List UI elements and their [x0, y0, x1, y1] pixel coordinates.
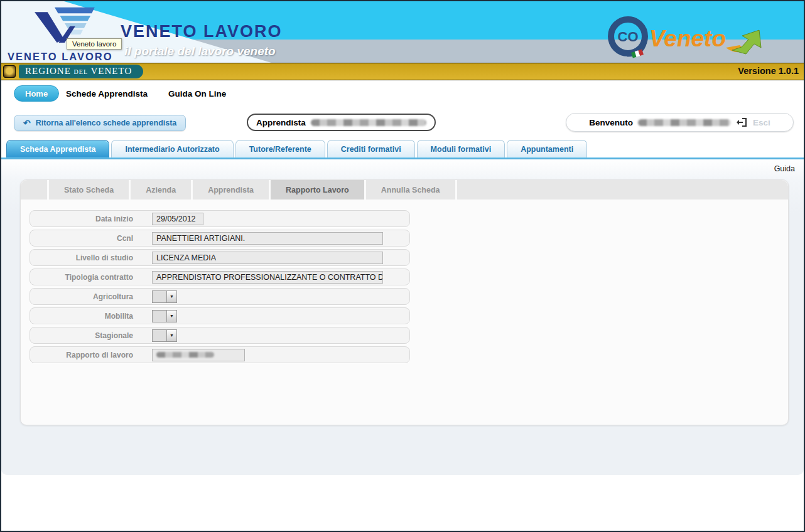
apprendista-name-badge: Apprendista [247, 114, 436, 131]
sub-tab-bar: Stato Scheda Azienda Apprendista Rapport… [21, 180, 788, 200]
svg-text:CO: CO [618, 29, 639, 45]
tab-tutore-referente[interactable]: Tutore/Referente [235, 140, 325, 157]
content-panel: Stato Scheda Azienda Apprendista Rapport… [20, 179, 789, 425]
welcome-badge: Benvenuto Esci [566, 113, 794, 132]
subtab-apprendista[interactable]: Apprendista [193, 180, 269, 200]
application-window: VENETO LAVORO Veneto lavoro VENETO LAVOR… [0, 0, 805, 532]
logout-button[interactable]: Esci [753, 118, 770, 127]
form-row-ccnl: Ccnl PANETTIERI ARTIGIANI. [30, 230, 410, 247]
livello-di-studio-input[interactable]: LICENZA MEDIA [152, 252, 383, 264]
nav-item-home[interactable]: Home [14, 85, 59, 102]
dropdown-arrow-icon[interactable]: ▼ [166, 330, 176, 341]
co-veneto-logo-icon: CO Veneto [603, 11, 769, 63]
form-row-data-inizio: Data inizio 29/05/2012 [30, 210, 410, 227]
tipologia-contratto-input[interactable]: APPRENDISTATO PROFESSIONALIZZANTE O CONT… [152, 271, 383, 284]
form-row-livello-di-studio: Livello di studio LICENZA MEDIA [30, 249, 410, 266]
field-label: Mobilita [30, 312, 133, 321]
tab-underline [1, 157, 804, 159]
region-label: REGIONE del VENETO [19, 65, 143, 78]
header: VENETO LAVORO Veneto lavoro VENETO LAVOR… [1, 1, 804, 63]
back-button-label: Ritorna all'elenco schede apprendista [36, 119, 177, 127]
agricoltura-select[interactable]: ▼ [152, 290, 177, 303]
apprendista-name-redacted [311, 119, 426, 126]
region-bar: REGIONE del VENETO Versione 1.0.1 [1, 63, 804, 80]
field-label: Agricoltura [30, 292, 133, 301]
sub-tab-filler [457, 180, 788, 200]
dropdown-arrow-icon[interactable]: ▼ [166, 291, 176, 302]
nav-item-guida-on-line[interactable]: Guida On Line [168, 89, 226, 98]
site-title: VENETO LAVORO [121, 22, 283, 41]
form-row-tipologia-contratto: Tipologia contratto APPRENDISTATO PROFES… [30, 269, 410, 285]
field-label: Stagionale [30, 331, 133, 340]
tab-scheda-apprendista[interactable]: Scheda Apprendista [6, 140, 109, 157]
tab-appuntamenti[interactable]: Appuntamenti [507, 140, 587, 157]
form-row-rapporto-di-lavoro: Rapporto di lavoro [30, 346, 410, 363]
field-label: Ccnl [30, 234, 133, 243]
tab-crediti-formativi[interactable]: Crediti formativi [327, 140, 415, 157]
field-label: Livello di studio [30, 253, 133, 262]
svg-text:Veneto: Veneto [649, 26, 726, 51]
main-nav: Home Schede Apprendista Guida On Line [1, 80, 804, 107]
rapporto-lavoro-form: Data inizio 29/05/2012 Ccnl PANETTIERI A… [21, 200, 788, 363]
form-row-agricoltura: Agricoltura ▼ [30, 288, 410, 305]
field-label: Data inizio [30, 215, 133, 223]
logo-caption: VENETO LAVORO [8, 51, 113, 63]
user-name-redacted [638, 119, 731, 126]
rapporto-di-lavoro-redacted [156, 352, 214, 358]
lion-icon [3, 65, 16, 78]
logout-icon[interactable] [736, 117, 748, 128]
stagionale-select[interactable]: ▼ [152, 329, 177, 342]
page-body: ↶ Ritorna all'elenco schede apprendista … [1, 107, 804, 475]
form-row-stagionale: Stagionale ▼ [30, 327, 410, 344]
form-row-mobilita: Mobilita ▼ [30, 307, 410, 324]
nav-item-schede-apprendista[interactable]: Schede Apprendista [66, 89, 148, 98]
rapporto-di-lavoro-input[interactable] [152, 349, 245, 361]
welcome-label: Benvenuto [589, 118, 633, 127]
logo-tooltip: Veneto lavoro [67, 38, 122, 50]
subtab-rapporto-lavoro[interactable]: Rapporto Lavoro [271, 180, 364, 200]
subtab-stato-scheda[interactable]: Stato Scheda [49, 180, 129, 200]
mobilita-select[interactable]: ▼ [152, 310, 177, 322]
apprendista-label: Apprendista [256, 118, 306, 127]
back-to-list-button[interactable]: ↶ Ritorna all'elenco schede apprendista [14, 115, 186, 131]
tab-moduli-formativi[interactable]: Moduli formativi [417, 140, 505, 157]
main-tab-bar: Scheda Apprendista Intermediario Autoriz… [6, 140, 587, 157]
field-label: Rapporto di lavoro [30, 351, 133, 359]
field-label: Tipologia contratto [30, 273, 133, 282]
tab-intermediario-autorizzato[interactable]: Intermediario Autorizzato [111, 140, 233, 157]
site-subtitle: il portale del lavoro veneto [124, 45, 276, 58]
dropdown-arrow-icon[interactable]: ▼ [166, 311, 176, 322]
version-label: Versione 1.0.1 [738, 66, 799, 76]
region-label-del: del [74, 68, 88, 75]
guida-link[interactable]: Guida [774, 164, 795, 173]
data-inizio-input[interactable]: 29/05/2012 [152, 213, 203, 225]
subtab-azienda[interactable]: Azienda [131, 180, 191, 200]
ccnl-input[interactable]: PANETTIERI ARTIGIANI. [152, 232, 383, 245]
back-arrow-icon: ↶ [23, 118, 31, 128]
sub-tab-spacer [21, 180, 47, 200]
subtab-annulla-scheda[interactable]: Annulla Scheda [366, 180, 455, 200]
